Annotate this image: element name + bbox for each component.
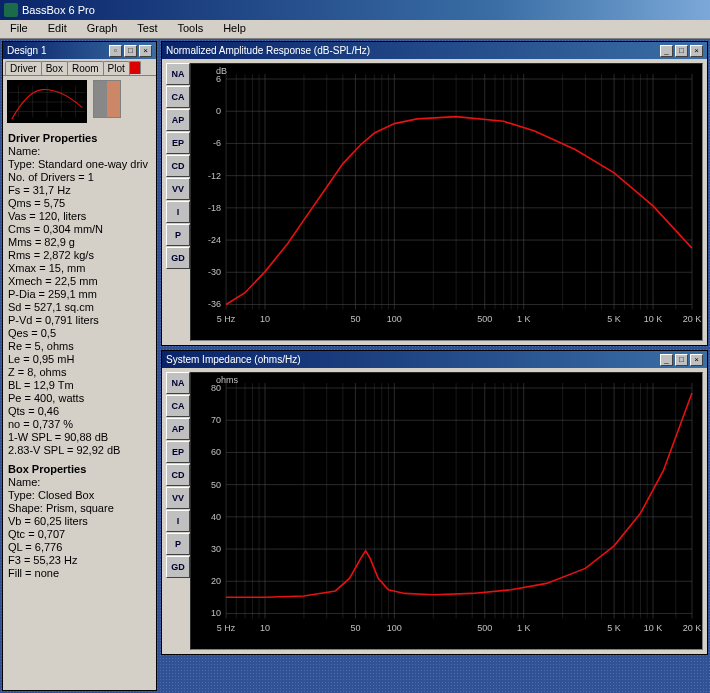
- design-close-icon[interactable]: ×: [139, 45, 152, 57]
- chart2-minimize-icon[interactable]: _: [660, 354, 673, 366]
- plot-mode-gd[interactable]: GD: [166, 247, 190, 269]
- plot-mode-ep[interactable]: EP: [166, 132, 190, 154]
- tab-driver[interactable]: Driver: [5, 61, 42, 75]
- svg-text:10 K: 10 K: [644, 623, 663, 633]
- svg-text:60: 60: [211, 447, 221, 457]
- driver-prop-line: Cms = 0,304 mm/N: [8, 223, 151, 236]
- menu-file[interactable]: File: [0, 20, 38, 38]
- svg-text:20 K: 20 K: [683, 314, 702, 324]
- driver-prop-line: Qts = 0,46: [8, 405, 151, 418]
- svg-text:5 K: 5 K: [607, 623, 621, 633]
- thumbnail-row: [3, 76, 156, 127]
- svg-text:10: 10: [211, 608, 221, 618]
- app-title: BassBox 6 Pro: [22, 4, 95, 16]
- menu-help[interactable]: Help: [213, 20, 256, 38]
- driver-prop-line: Qes = 0,5: [8, 327, 151, 340]
- driver-prop-line: P-Vd = 0,791 liters: [8, 314, 151, 327]
- svg-text:ohms: ohms: [216, 375, 239, 385]
- driver-prop-line: Rms = 2,872 kg/s: [8, 249, 151, 262]
- plot-mode-na[interactable]: NA: [166, 372, 190, 394]
- plot-mode-ap[interactable]: AP: [166, 109, 190, 131]
- chart2-titlebar: System Impedance (ohms/Hz) _ □ ×: [162, 351, 707, 368]
- charts-column: Normalized Amplitude Response (dB-SPL/Hz…: [159, 39, 710, 693]
- driver-prop-line: 1-W SPL = 90,88 dB: [8, 431, 151, 444]
- svg-text:10: 10: [260, 623, 270, 633]
- plot-mode-gd[interactable]: GD: [166, 556, 190, 578]
- plot-mode-cd[interactable]: CD: [166, 155, 190, 177]
- chart2-maximize-icon[interactable]: □: [675, 354, 688, 366]
- chart1-maximize-icon[interactable]: □: [675, 45, 688, 57]
- driver-prop-line: no = 0,737 %: [8, 418, 151, 431]
- chart2-side-buttons: NACAAPEPCDVVIPGD: [166, 372, 190, 650]
- box-prop-line: Type: Closed Box: [8, 489, 151, 502]
- svg-text:40: 40: [211, 512, 221, 522]
- plot-mode-i[interactable]: I: [166, 201, 190, 223]
- box-prop-line: QL = 6,776: [8, 541, 151, 554]
- driver-prop-line: Name:: [8, 145, 151, 158]
- plot-mode-cd[interactable]: CD: [166, 464, 190, 486]
- chart2-plot[interactable]: 8070605040302010ohms5 Hz10501005001 K5 K…: [190, 372, 703, 650]
- driver-prop-line: Pe = 400, watts: [8, 392, 151, 405]
- svg-text:-24: -24: [208, 235, 221, 245]
- plot-mode-i[interactable]: I: [166, 510, 190, 532]
- tab-color-swatch[interactable]: [129, 61, 141, 74]
- plot-mode-p[interactable]: P: [166, 224, 190, 246]
- speaker-box-icon[interactable]: [93, 80, 121, 118]
- svg-text:-6: -6: [213, 138, 221, 148]
- plot-mode-ap[interactable]: AP: [166, 418, 190, 440]
- svg-text:70: 70: [211, 415, 221, 425]
- driver-prop-line: Re = 5, ohms: [8, 340, 151, 353]
- svg-text:10: 10: [260, 314, 270, 324]
- menubar: File Edit Graph Test Tools Help: [0, 20, 710, 39]
- menu-tools[interactable]: Tools: [167, 20, 213, 38]
- tab-plot[interactable]: Plot: [103, 61, 130, 75]
- svg-text:0: 0: [216, 106, 221, 116]
- svg-text:20 K: 20 K: [683, 623, 702, 633]
- design-title: Design 1: [7, 45, 46, 56]
- driver-prop-line: Z = 8, ohms: [8, 366, 151, 379]
- plot-mode-ca[interactable]: CA: [166, 395, 190, 417]
- chart1-plot[interactable]: 60-6-12-18-24-30-36dB5 Hz10501005001 K5 …: [190, 63, 703, 341]
- svg-text:30: 30: [211, 544, 221, 554]
- plot-mode-ca[interactable]: CA: [166, 86, 190, 108]
- svg-text:5 Hz: 5 Hz: [217, 623, 236, 633]
- workspace: Design 1 ▫ □ × Driver Box Room Plot Driv…: [0, 39, 710, 693]
- chart1-titlebar: Normalized Amplitude Response (dB-SPL/Hz…: [162, 42, 707, 59]
- driver-prop-line: 2.83-V SPL = 92,92 dB: [8, 444, 151, 457]
- driver-prop-line: Qms = 5,75: [8, 197, 151, 210]
- svg-text:-30: -30: [208, 267, 221, 277]
- plot-mode-vv[interactable]: VV: [166, 178, 190, 200]
- svg-text:10 K: 10 K: [644, 314, 663, 324]
- chart1-close-icon[interactable]: ×: [690, 45, 703, 57]
- tab-room[interactable]: Room: [67, 61, 104, 75]
- svg-text:20: 20: [211, 576, 221, 586]
- chart-impedance-window: System Impedance (ohms/Hz) _ □ × NACAAPE…: [161, 350, 708, 655]
- chart2-close-icon[interactable]: ×: [690, 354, 703, 366]
- plot-mode-p[interactable]: P: [166, 533, 190, 555]
- driver-prop-line: Le = 0,95 mH: [8, 353, 151, 366]
- driver-prop-line: Mms = 82,9 g: [8, 236, 151, 249]
- response-thumbnail[interactable]: [7, 80, 87, 123]
- svg-text:1 K: 1 K: [517, 314, 531, 324]
- driver-prop-line: Fs = 31,7 Hz: [8, 184, 151, 197]
- app-titlebar: BassBox 6 Pro: [0, 0, 710, 20]
- chart1-minimize-icon[interactable]: _: [660, 45, 673, 57]
- driver-properties: Driver Properties Name:Type: Standard on…: [3, 127, 156, 583]
- plot-mode-ep[interactable]: EP: [166, 441, 190, 463]
- design-maximize-icon[interactable]: □: [124, 45, 137, 57]
- menu-test[interactable]: Test: [127, 20, 167, 38]
- design-save-icon[interactable]: ▫: [109, 45, 122, 57]
- driver-prop-line: Sd = 527,1 sq.cm: [8, 301, 151, 314]
- driver-prop-line: Xmax = 15, mm: [8, 262, 151, 275]
- menu-graph[interactable]: Graph: [77, 20, 128, 38]
- chart1-title: Normalized Amplitude Response (dB-SPL/Hz…: [166, 45, 370, 56]
- plot-mode-vv[interactable]: VV: [166, 487, 190, 509]
- tab-box[interactable]: Box: [41, 61, 68, 75]
- svg-text:500: 500: [477, 314, 492, 324]
- svg-text:dB: dB: [216, 66, 227, 76]
- design-panel: Design 1 ▫ □ × Driver Box Room Plot Driv…: [2, 41, 157, 691]
- plot-mode-na[interactable]: NA: [166, 63, 190, 85]
- svg-text:-12: -12: [208, 171, 221, 181]
- driver-prop-line: P-Dia = 259,1 mm: [8, 288, 151, 301]
- menu-edit[interactable]: Edit: [38, 20, 77, 38]
